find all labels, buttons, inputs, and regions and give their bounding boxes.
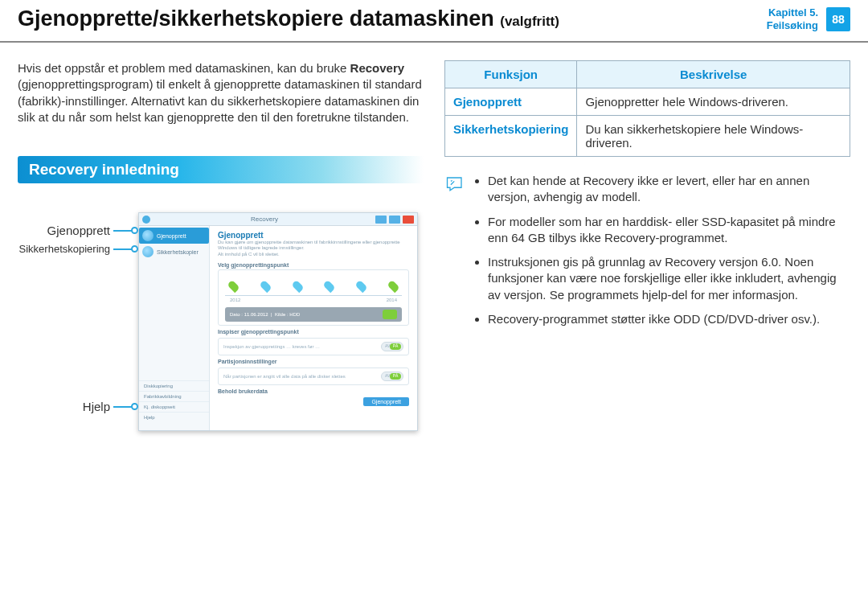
page-title: Gjenopprette/sikkerhetskopiere datamaski… [18, 6, 767, 31]
window-buttons [375, 216, 414, 224]
timeline-track[interactable] [225, 278, 402, 296]
main-subtext: Du kan gjøre om gjenopprette datamaskine… [218, 240, 409, 257]
sidebar-item-sikkerhetskopier[interactable]: Sikkerhetskopier [139, 244, 209, 260]
timeline-pin-icon[interactable] [355, 280, 368, 293]
cell-func: Gjenopprett [445, 88, 577, 116]
title-suffix: (valgfritt) [500, 14, 559, 29]
section-keepdata: Behold brukerdata [218, 388, 409, 394]
sidebar-item-gjenopprett[interactable]: Gjenopprett [139, 228, 209, 244]
th-funksjon: Funksjon [445, 61, 577, 88]
note-item: Det kan hende at Recovery ikke er levert… [488, 173, 850, 206]
section-heading-recovery: Recovery innledning [18, 156, 424, 183]
window-title: Recovery [154, 216, 375, 223]
maximize-button[interactable] [389, 216, 400, 224]
app-main: Gjenopprett Du kan gjøre om gjenopprette… [210, 226, 417, 430]
page-header: Gjenopprette/sikkerhetskopiere datamaski… [0, 0, 868, 43]
note-item: Instruksjonen gis på grunnlag av Recover… [488, 254, 850, 303]
recovery-app-icon [142, 216, 150, 224]
callout-sikkerhetskopiering: Sikkerhetskopiering [19, 243, 138, 255]
callouts: Gjenopprett Sikkerhetskopiering Hjelp [18, 212, 138, 429]
sidebar-item-diskoppsett[interactable]: Kj. diskoppsett [139, 401, 209, 412]
section-partition: Partisjonsinnstillinger [218, 359, 409, 364]
partition-row: Når partisjonen er angitt vil alle data … [218, 368, 409, 385]
header-right: Kapittel 5. Feilsøking 88 [767, 6, 850, 31]
timeline-pin-icon[interactable] [387, 280, 399, 293]
close-button[interactable] [403, 216, 414, 224]
timeline-pin-icon[interactable] [291, 280, 304, 293]
note-block: Det kan hende at Recovery ikke er levert… [444, 173, 850, 335]
chapter-label: Kapittel 5. Feilsøking [767, 6, 818, 31]
section-inspect: Inspiser gjenopprettingspunkt [218, 329, 409, 335]
section-select-point: Velg gjenopprettingspunkt [218, 262, 409, 268]
title-main: Gjenopprette/sikkerhetskopiere datamaski… [18, 6, 494, 31]
window-titlebar: Recovery [139, 213, 417, 226]
play-button[interactable] [383, 310, 397, 319]
note-item: For modeller som har en harddisk- eller … [488, 214, 850, 247]
timeline-panel: 2012 2014 Dato : 11.06.2012 | Kilde : HD… [218, 269, 409, 326]
intro-paragraph: Hvis det oppstår et problem med datamask… [18, 60, 424, 125]
chapter-line1: Kapittel 5. [767, 6, 818, 19]
table-row: Gjenopprett Gjenoppretter hele Windows-d… [445, 88, 850, 116]
function-table: Funksjon Beskrivelse Gjenopprett Gjenopp… [444, 60, 850, 157]
note-item: Recovery-programmet støtter ikke ODD (CD… [488, 311, 850, 327]
recover-button[interactable]: Gjenopprett [363, 397, 409, 406]
sidebar-item-hjelp[interactable]: Hjelp [139, 412, 209, 422]
timeline-info: Dato : 11.06.2012 | Kilde : HDD [225, 307, 402, 322]
timeline-pin-icon[interactable] [259, 280, 272, 293]
sidebar-bottom: Diskkopiering Fabrikkavbildning Kj. disk… [139, 380, 209, 422]
note-icon [444, 175, 467, 195]
note-list: Det kan hende at Recovery ikke er levert… [473, 173, 850, 335]
toggle-inspect[interactable]: AV PÅ [381, 342, 403, 351]
page-number: 88 [826, 7, 850, 31]
chapter-line2: Feilsøking [767, 19, 818, 32]
recovery-diagram: Gjenopprett Sikkerhetskopiering Hjelp Re… [18, 212, 424, 431]
cell-desc: Du kan sikkerhetskopiere hele Windows-dr… [577, 116, 850, 157]
table-row: Sikkerhetskopiering Du kan sikkerhetskop… [445, 116, 850, 157]
callout-gjenopprett: Gjenopprett [47, 224, 138, 237]
cell-func: Sikkerhetskopiering [445, 116, 577, 157]
app-sidebar: Gjenopprett Sikkerhetskopier Diskkopieri… [139, 226, 210, 430]
minimize-button[interactable] [375, 216, 387, 224]
th-beskrivelse: Beskrivelse [577, 61, 850, 88]
sidebar-item-fabrikkavbildning[interactable]: Fabrikkavbildning [139, 391, 209, 401]
timeline-pin-icon[interactable] [323, 280, 336, 293]
timeline-pin-icon[interactable] [227, 280, 240, 293]
toggle-partition[interactable]: AV PÅ [381, 372, 403, 381]
restore-icon [142, 230, 154, 241]
callout-hjelp: Hjelp [83, 400, 138, 413]
sidebar-item-diskkopiering[interactable]: Diskkopiering [139, 380, 209, 391]
cell-desc: Gjenoppretter hele Windows-driveren. [577, 88, 850, 116]
inspect-row: Inspekjon av gjenopprettings … kreves fø… [218, 338, 409, 355]
backup-icon [142, 246, 154, 257]
recovery-app-screenshot: Recovery Gjenopprett [138, 212, 418, 431]
main-heading: Gjenopprett [218, 231, 409, 240]
